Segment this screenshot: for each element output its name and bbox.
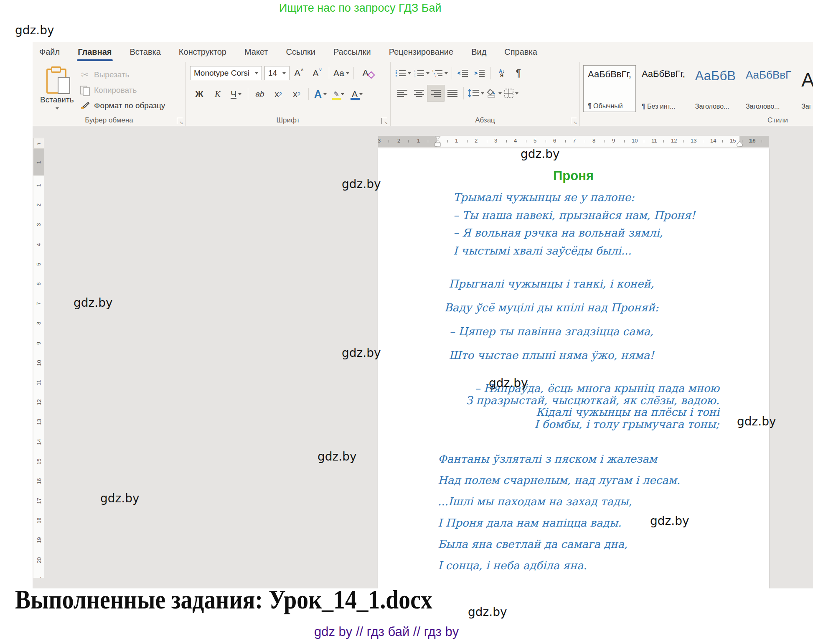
- footer-title: Выполненные задания: Урок_14_1.docx: [15, 584, 432, 615]
- chevron-down-icon: [341, 93, 344, 95]
- align-left-button[interactable]: [394, 85, 411, 101]
- ribbon-tab-Вид[interactable]: Вид: [470, 42, 488, 62]
- underline-button[interactable]: Ч: [227, 86, 245, 102]
- tab-selector-icon[interactable]: ⌐: [33, 138, 44, 149]
- ruler-number: 15: [730, 137, 736, 144]
- ruler-number: 2: [397, 137, 400, 144]
- style-preview: А: [801, 69, 813, 91]
- styles-group-label: Стили: [580, 116, 813, 125]
- style-card[interactable]: АаБбВЗаголово...: [691, 65, 740, 112]
- align-right-button[interactable]: [427, 85, 444, 101]
- justify-button[interactable]: [444, 85, 461, 101]
- decrease-indent-button[interactable]: [455, 65, 471, 81]
- style-card[interactable]: АЗаг: [797, 65, 813, 112]
- italic-button[interactable]: К: [208, 86, 227, 102]
- line-spacing-button[interactable]: [466, 85, 485, 101]
- gdzby-watermark: gdz.by: [650, 514, 689, 528]
- style-card[interactable]: АаБбВвГг,¶ Без инт...: [638, 65, 689, 112]
- style-card[interactable]: АаБбВвГЗаголово...: [742, 65, 795, 112]
- document-page[interactable]: Проня Трымалі чужынцы яе у палоне:– Ты н…: [378, 148, 769, 588]
- screenshot-root: Ищите нас по запросу ГДЗ Бай gdz.bygdz.b…: [0, 0, 813, 644]
- subscript-button[interactable]: x2: [269, 86, 287, 102]
- clipboard-page-icon: [58, 77, 70, 94]
- copy-button[interactable]: Копировать: [79, 82, 165, 98]
- ruler-number: 6: [553, 137, 556, 144]
- ruler-number: 1: [417, 137, 420, 144]
- shrink-font-button[interactable]: А˅: [308, 65, 326, 81]
- highlight-button[interactable]: ✎: [330, 86, 348, 102]
- paste-button[interactable]: Вставить: [40, 66, 73, 112]
- vruler-cell: 16: [33, 471, 44, 491]
- sort-button[interactable]: А↓ Я: [493, 65, 510, 81]
- ribbon-tab-Вставка[interactable]: Вставка: [128, 42, 163, 62]
- vruler-cell: 20: [33, 550, 44, 570]
- grow-font-button[interactable]: А˄: [290, 65, 308, 81]
- chevron-down-icon: [238, 93, 241, 95]
- format-painter-button[interactable]: Формат по образцу: [79, 98, 165, 113]
- ribbon-tab-Справка[interactable]: Справка: [503, 42, 539, 62]
- svg-text:3: 3: [414, 75, 416, 77]
- ribbon-tab-Рецензирование[interactable]: Рецензирование: [387, 42, 455, 62]
- svg-text:1: 1: [432, 69, 434, 72]
- poem-line: Прыгналі чужынцы і танкі, і коней,: [378, 272, 725, 296]
- font-color-button[interactable]: А: [348, 86, 366, 102]
- style-name: Заголово...: [695, 103, 736, 110]
- promo-text: Ищите нас по запросу ГДЗ Бай: [279, 2, 442, 15]
- ruler-number: 8: [592, 137, 595, 144]
- clear-formatting-button[interactable]: А: [356, 65, 375, 81]
- dialog-launcher-icon[interactable]: [571, 118, 577, 124]
- ribbon-tab-Главная[interactable]: Главная: [76, 42, 113, 62]
- ribbon-tab-Конструктор[interactable]: Конструктор: [177, 42, 228, 62]
- poem-line: І бомбы, і толу грымучага тоны;: [466, 418, 719, 430]
- numbering-button[interactable]: 1 2 3: [412, 65, 431, 81]
- format-painter-label: Формат по образцу: [94, 101, 165, 110]
- multilevel-list-button[interactable]: 1 a i: [431, 65, 449, 81]
- vruler-cell: 12: [33, 392, 44, 412]
- vruler-cell: 18: [33, 511, 44, 530]
- indent-marker-right[interactable]: [737, 141, 743, 147]
- dialog-launcher-icon[interactable]: [381, 118, 387, 124]
- show-marks-button[interactable]: ¶: [510, 65, 527, 81]
- style-name: Заголово...: [746, 103, 791, 110]
- font-name-combo[interactable]: Monotype Corsi: [190, 66, 262, 80]
- ribbon-tab-Макет[interactable]: Макет: [243, 42, 270, 62]
- text-effects-button[interactable]: А: [311, 86, 330, 102]
- font-size-combo[interactable]: 14: [264, 66, 290, 80]
- borders-button[interactable]: [503, 85, 520, 101]
- ruler-number: 3: [378, 137, 381, 144]
- style-name: Заг: [801, 103, 813, 110]
- ruler-number: 5: [534, 137, 536, 144]
- ribbon-tab-Ссылки[interactable]: Ссылки: [285, 42, 317, 62]
- copy-label: Копировать: [94, 86, 137, 95]
- shading-button[interactable]: [485, 85, 503, 101]
- superscript-button[interactable]: x2: [287, 86, 306, 102]
- poem-line: І чыстымі хвалі заўсёды былі...: [453, 242, 695, 260]
- chevron-down-icon: [359, 93, 363, 95]
- chevron-down-icon: [408, 72, 411, 74]
- vertical-ruler[interactable]: ⌐ 1 1234567891011121314151617181920212: [33, 138, 44, 578]
- vruler-cell: 6: [33, 274, 44, 294]
- chevron-down-icon: [346, 72, 349, 74]
- bold-button[interactable]: Ж: [190, 86, 208, 102]
- style-preview: АаБбВ: [695, 69, 736, 84]
- style-name: ¶ Обычный: [588, 102, 631, 110]
- styles-gallery: АаБбВвГг,¶ ОбычныйАаБбВвГг,¶ Без инт...А…: [583, 65, 813, 112]
- ribbon-tab-Рассылки[interactable]: Рассылки: [332, 42, 373, 62]
- indent-marker-left[interactable]: [434, 136, 441, 147]
- cut-button[interactable]: ✂ Вырезать: [79, 67, 165, 82]
- ruler-number: 14: [710, 137, 716, 144]
- style-card[interactable]: АаБбВвГг,¶ Обычный: [583, 65, 636, 112]
- strikethrough-button[interactable]: ab: [251, 86, 269, 102]
- change-case-button[interactable]: Аа: [332, 65, 351, 81]
- ruler-tick: [487, 140, 487, 143]
- increase-indent-button[interactable]: [471, 65, 488, 81]
- align-center-button[interactable]: [411, 85, 427, 101]
- dialog-launcher-icon[interactable]: [177, 118, 183, 124]
- style-preview: АаБбВвГг,: [642, 69, 685, 79]
- chevron-down-icon: [255, 72, 258, 74]
- ribbon-tab-Файл[interactable]: Файл: [38, 42, 61, 62]
- gdzby-watermark: gdz.by: [737, 415, 776, 428]
- vruler-cell: 5: [33, 255, 44, 274]
- bullets-button[interactable]: [394, 65, 412, 81]
- horizontal-ruler[interactable]: 3211234567891011121314151617: [378, 136, 769, 147]
